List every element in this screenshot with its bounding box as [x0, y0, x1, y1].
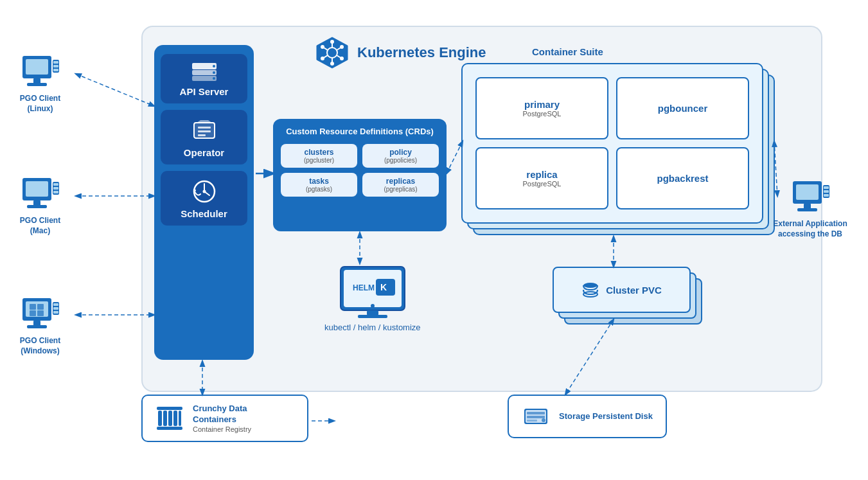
operator-icon: [191, 118, 217, 143]
svg-rect-58: [30, 310, 36, 316]
container-suite-label: Container Suite: [532, 46, 603, 57]
svg-point-8: [330, 40, 334, 44]
svg-rect-76: [158, 411, 162, 426]
svg-rect-57: [37, 304, 44, 310]
svg-rect-51: [53, 183, 58, 186]
svg-text:K: K: [380, 282, 387, 292]
client-mac-icon: [19, 177, 61, 212]
svg-point-11: [321, 57, 324, 60]
svg-rect-36: [358, 315, 387, 318]
svg-point-18: [213, 71, 215, 74]
svg-rect-35: [367, 310, 378, 316]
svg-rect-61: [27, 325, 47, 328]
svg-rect-75: [157, 427, 182, 430]
svg-point-27: [202, 190, 206, 193]
svg-rect-25: [198, 134, 206, 136]
svg-rect-83: [527, 412, 545, 414]
cluster-pvc-icon: [581, 281, 599, 299]
svg-point-13: [340, 57, 344, 60]
cluster-pvc-label: Cluster PVC: [606, 285, 662, 296]
svg-rect-53: [53, 191, 58, 193]
svg-rect-52: [53, 187, 58, 190]
registry-sub-text: Container Registry: [193, 425, 251, 433]
kubectl-box: HELM K kubectl / helm / kustomize: [324, 263, 421, 332]
svg-rect-24: [198, 130, 211, 132]
crd-tasks: tasks (pgtasks): [281, 173, 357, 197]
kubectl-monitor-icon: HELM K: [337, 263, 408, 320]
svg-rect-41: [27, 83, 47, 86]
svg-rect-43: [53, 61, 58, 64]
svg-point-9: [330, 62, 334, 66]
svg-rect-39: [26, 59, 48, 75]
kubernetes-icon: [315, 35, 350, 70]
crd-clusters: clusters (pgcluster): [281, 144, 357, 168]
operator-block: Operator: [161, 110, 247, 164]
client-windows-label: PGO Client(Windows): [20, 336, 60, 356]
storage-icon: [522, 404, 550, 429]
suite-pgbouncer: pgbouncer: [616, 77, 749, 139]
registry-icon: [155, 405, 184, 431]
kubernetes-label: Kubernetes Engine: [315, 35, 486, 70]
svg-rect-69: [797, 208, 817, 211]
svg-point-86: [542, 418, 545, 422]
api-server-label: API Server: [180, 86, 229, 97]
client-linux-icon: [19, 55, 61, 90]
kubernetes-title: Kubernetes Engine: [357, 44, 486, 61]
client-mac-label: PGO Client(Mac): [20, 216, 60, 236]
scheduler-label: Scheduler: [181, 208, 227, 219]
svg-rect-47: [26, 181, 48, 197]
suite-pgbackrest: pgbackrest: [616, 147, 749, 209]
crd-title: Custom Resource Definitions (CRDs): [281, 127, 439, 138]
external-app-label: External Application accessing the DB: [772, 219, 849, 239]
svg-rect-77: [163, 411, 167, 426]
svg-rect-44: [53, 65, 58, 67]
kubectl-label: kubectl / helm / kustomize: [324, 323, 421, 332]
svg-rect-49: [27, 205, 47, 208]
api-server-block: API Server: [161, 54, 247, 103]
client-linux: PGO Client(Linux): [19, 55, 61, 114]
crd-policy: policy (pgpolicies): [362, 144, 439, 168]
svg-text:HELM: HELM: [353, 283, 375, 292]
operator-label: Operator: [184, 147, 224, 158]
scheduler-icon: [191, 179, 217, 204]
crd-replicas: replicas (pgreplicas): [362, 173, 439, 197]
svg-rect-63: [53, 303, 58, 306]
svg-rect-73: [824, 194, 829, 197]
svg-rect-65: [53, 311, 58, 314]
client-linux-label: PGO Client(Linux): [20, 94, 60, 114]
svg-point-19: [213, 77, 215, 80]
svg-rect-45: [53, 69, 58, 71]
registry-main-text: Crunchy DataContainers: [193, 404, 251, 425]
svg-rect-68: [804, 204, 811, 209]
svg-point-10: [321, 45, 324, 49]
external-app-icon: [790, 180, 831, 215]
svg-rect-85: [527, 420, 537, 422]
svg-marker-22: [197, 120, 212, 123]
suite-replica: replica PostgreSQL: [475, 147, 608, 209]
svg-rect-74: [157, 407, 182, 410]
scheduler-block: Scheduler: [161, 171, 247, 226]
svg-rect-80: [179, 411, 181, 426]
client-windows: PGO Client(Windows): [19, 297, 61, 356]
svg-point-28: [583, 283, 598, 288]
diagram-container: Kubernetes Engine API Server: [0, 0, 868, 480]
svg-rect-59: [37, 310, 44, 316]
svg-point-12: [340, 45, 344, 49]
svg-rect-40: [33, 78, 40, 84]
svg-rect-78: [168, 411, 172, 426]
svg-rect-55: [26, 301, 48, 317]
client-windows-icon: [19, 297, 61, 332]
svg-rect-23: [198, 127, 211, 129]
svg-rect-60: [33, 321, 40, 326]
svg-rect-72: [824, 190, 829, 193]
svg-rect-64: [53, 307, 58, 310]
svg-rect-67: [796, 184, 819, 200]
api-server-icon: [191, 62, 218, 82]
client-mac: PGO Client(Mac): [19, 177, 61, 236]
storage-box: Storage Persistent Disk: [508, 395, 667, 438]
suite-grid: primary PostgreSQL pgbouncer replica Pos…: [463, 64, 762, 222]
storage-main-text: Storage Persistent Disk: [559, 411, 653, 422]
operator-column: API Server Operator Scheduler: [154, 45, 254, 360]
svg-rect-56: [30, 304, 36, 310]
crd-grid: clusters (pgcluster) policy (pgpolicies)…: [281, 144, 439, 197]
